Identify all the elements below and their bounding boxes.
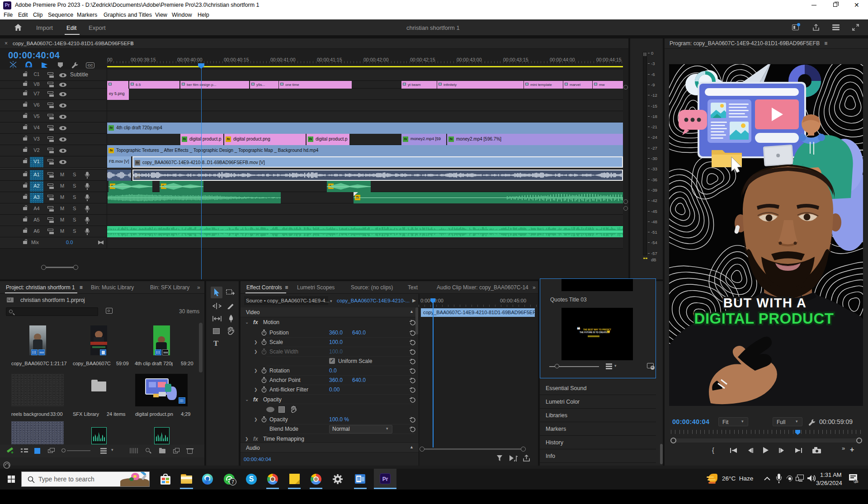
- svg-text:BUT WITH A: BUT WITH A: [723, 296, 807, 310]
- svg-text:DIGITAL PRODUCT: DIGITAL PRODUCT: [694, 310, 834, 327]
